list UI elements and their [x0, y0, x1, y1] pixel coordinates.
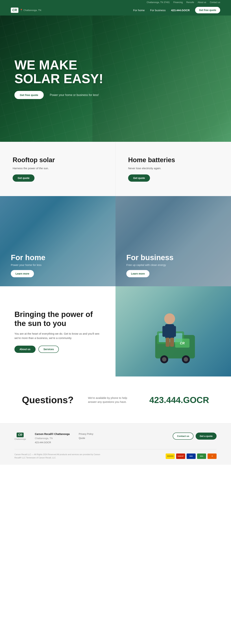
about-description: You are at the heart of everything we do…	[14, 332, 101, 340]
questions-section: Questions? We're available by phone to h…	[0, 376, 231, 424]
partner-badge-5: ★	[208, 454, 216, 459]
feature-home-desc: Power your home for less	[11, 263, 105, 266]
card-rooftop-desc: Harness the power of the sun.	[13, 167, 103, 170]
feature-home-title: For home	[11, 253, 105, 262]
footer-company-name: Carson Recall® Chattanooga	[35, 432, 70, 436]
card-batteries-desc: Never lose electricity again.	[128, 167, 218, 170]
topbar-link-about[interactable]: About us	[198, 1, 206, 4]
feature-home-button[interactable]: Learn more	[11, 270, 34, 277]
feature-business-button[interactable]: Learn more	[126, 270, 150, 277]
hero-section: WE MAKE SOLAR EASY! Get free quote Power…	[0, 16, 231, 142]
footer-logo-sub: Chattanooga	[14, 438, 26, 440]
footer-logo-box: CR	[16, 432, 24, 437]
svg-point-7	[184, 357, 188, 362]
topbar-link-location[interactable]: Chattanooga, TN 37401	[147, 1, 170, 4]
footer-bottom: Carson Recall LLC — All Rights 2024 Rese…	[14, 449, 216, 459]
cards-section: Rooftop solar Harness the power of the s…	[0, 142, 231, 196]
card-rooftop: Rooftop solar Harness the power of the s…	[0, 142, 116, 196]
footer-right: Contact us Get a quote	[173, 432, 216, 440]
features-section: For home Power your home for less Learn …	[0, 196, 231, 286]
footer-quote-link[interactable]: Quote	[79, 437, 93, 440]
nav-quote-button[interactable]: Get free quote	[195, 7, 220, 13]
partner-badge-4: SEIA	[197, 454, 206, 459]
feature-business: For business Free up capital with clean …	[116, 196, 231, 286]
about-section: Bringing the power of the sun to you You…	[0, 286, 231, 376]
questions-text: We're available by phone to help answer …	[88, 396, 135, 404]
card-rooftop-title: Rooftop solar	[13, 156, 103, 164]
partner-badge-1: ★★★★★	[166, 454, 175, 459]
footer-quote-button[interactable]: Get a quote	[196, 432, 216, 440]
topbar-link-reroofe[interactable]: Reroofe	[186, 1, 194, 4]
svg-rect-12	[162, 326, 166, 337]
hero-cta-button[interactable]: Get free quote	[14, 91, 44, 99]
footer: CR Chattanooga Carson Recall® Chattanoog…	[0, 424, 231, 465]
logo-wrap: CR 📍 Chattanooga, TN	[11, 8, 41, 13]
partner-logos: ★★★★★ NABCEP BBB SEIA ★	[166, 454, 216, 459]
hero-title: WE MAKE SOLAR EASY!	[14, 58, 123, 86]
svg-rect-15	[170, 338, 174, 347]
nav-link-business[interactable]: For business	[150, 9, 166, 12]
svg-text:CR: CR	[180, 342, 184, 345]
about-title: Bringing the power of the sun to you	[14, 310, 101, 328]
top-bar: Chattanooga, TN 37401 Financing Reroofe …	[0, 0, 231, 5]
card-batteries: Home batteries Never lose electricity ag…	[116, 142, 231, 196]
svg-rect-14	[166, 338, 170, 347]
questions-phone[interactable]: 423.444.GOCR	[150, 395, 209, 405]
card-batteries-button[interactable]: Get quote	[128, 174, 150, 182]
footer-logo: CR Chattanooga	[14, 432, 26, 440]
card-batteries-title: Home batteries	[128, 156, 218, 164]
footer-company-city: Chattanooga, TN	[35, 437, 70, 440]
feature-home: For home Power your home for less Learn …	[0, 196, 116, 286]
about-image-illustration: CR	[146, 295, 200, 368]
about-image: CR	[116, 286, 231, 376]
footer-company-phone: 423.444.GOCR	[35, 441, 70, 444]
services-button[interactable]: Services	[38, 346, 59, 353]
nav-location: 📍 Chattanooga, TN	[20, 9, 41, 12]
about-text: Bringing the power of the sun to you You…	[0, 286, 116, 376]
footer-contact-button[interactable]: Contact us	[173, 432, 194, 440]
partner-badge-2: NABCEP	[176, 454, 185, 459]
topbar-link-contact[interactable]: Contact us	[210, 1, 220, 4]
feature-business-desc: Free up capital with clean energy	[126, 263, 220, 266]
svg-rect-13	[172, 326, 176, 337]
feature-business-title: For business	[126, 253, 220, 262]
footer-buttons: Contact us Get a quote	[173, 432, 216, 440]
hero-content: WE MAKE SOLAR EASY! Get free quote Power…	[14, 58, 123, 99]
topbar-link-financing[interactable]: Financing	[174, 1, 183, 4]
hero-subtitle: Power your home or business for less!	[50, 94, 99, 97]
footer-col-links: Privacy Policy Quote	[79, 432, 93, 440]
footer-privacy-link[interactable]: Privacy Policy	[79, 432, 93, 435]
about-us-button[interactable]: About us	[14, 346, 36, 353]
footer-legal: Carson Recall LLC — All Rights 2024 Rese…	[14, 453, 105, 459]
card-rooftop-button[interactable]: Get quote	[13, 174, 34, 182]
main-nav: CR 📍 Chattanooga, TN For home For busine…	[0, 5, 231, 16]
svg-point-10	[164, 313, 175, 324]
nav-link-home[interactable]: For home	[133, 9, 145, 12]
logo[interactable]: CR	[11, 8, 18, 13]
svg-point-6	[162, 357, 166, 362]
partner-badge-3: BBB	[186, 454, 196, 459]
nav-phone[interactable]: 423.444.GOCR	[171, 9, 190, 12]
questions-title: Questions?	[22, 394, 74, 405]
footer-col-company: Carson Recall® Chattanooga Chattanooga, …	[35, 432, 70, 444]
footer-top: CR Chattanooga Carson Recall® Chattanoog…	[14, 432, 216, 444]
about-buttons: About us Services	[14, 346, 101, 353]
